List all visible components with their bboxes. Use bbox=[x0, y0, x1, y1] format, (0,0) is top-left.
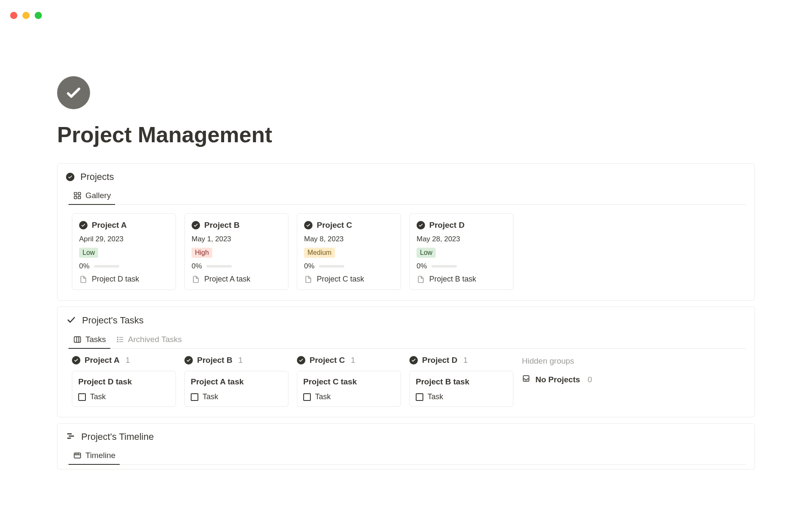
page-title[interactable]: Project Management bbox=[57, 122, 755, 147]
tab-tasks[interactable]: Tasks bbox=[72, 331, 107, 348]
column-header[interactable]: Project B1 bbox=[184, 356, 288, 365]
projects-block: Projects Gallery Project AApril 29, 2023… bbox=[57, 163, 755, 301]
tasks-block-title[interactable]: Project's Tasks bbox=[82, 315, 144, 326]
timeline-block-title[interactable]: Project's Timeline bbox=[81, 431, 154, 442]
timeline-view-icon bbox=[73, 451, 82, 460]
project-card[interactable]: Project BMay 1, 2023High0%Project A task bbox=[184, 213, 288, 290]
linked-task-row[interactable]: Project C task bbox=[304, 275, 394, 284]
hidden-groups-label: Hidden groups bbox=[522, 356, 598, 366]
progress-bar bbox=[94, 265, 119, 268]
priority-tag: High bbox=[192, 248, 212, 258]
project-card-title: Project D bbox=[429, 221, 464, 230]
svg-point-7 bbox=[117, 337, 118, 338]
progress-bar bbox=[319, 265, 344, 268]
priority-tag: Medium bbox=[304, 248, 335, 258]
column-header[interactable]: Project C1 bbox=[297, 356, 401, 365]
project-card-title: Project A bbox=[92, 221, 127, 230]
linked-task-name: Project B task bbox=[429, 275, 476, 284]
project-card[interactable]: Project AApril 29, 2023Low0%Project D ta… bbox=[72, 213, 176, 290]
project-card[interactable]: Project DMay 28, 2023Low0%Project B task bbox=[409, 213, 513, 290]
task-sub-label: Task bbox=[315, 392, 331, 401]
close-window-dot[interactable] bbox=[10, 12, 17, 19]
check-badge-icon bbox=[184, 356, 193, 364]
board-column: Project D1Project B taskTask bbox=[409, 356, 513, 407]
checkbox-icon[interactable] bbox=[303, 393, 311, 401]
project-card-date: May 28, 2023 bbox=[417, 235, 506, 243]
svg-point-11 bbox=[117, 341, 118, 342]
column-title: Project D bbox=[422, 356, 457, 365]
checkbox-icon[interactable] bbox=[78, 393, 86, 401]
task-card[interactable]: Project D taskTask bbox=[72, 371, 176, 407]
list-icon bbox=[115, 335, 125, 344]
linked-task-name: Project C task bbox=[317, 275, 364, 284]
svg-rect-14 bbox=[69, 436, 74, 437]
progress-bar bbox=[206, 265, 232, 268]
page-icon-check-badge[interactable] bbox=[57, 76, 90, 109]
no-projects-label: No Projects bbox=[535, 375, 580, 384]
column-count: 1 bbox=[351, 356, 355, 365]
task-card[interactable]: Project A taskTask bbox=[184, 371, 288, 407]
project-card[interactable]: Project CMay 8, 2023Medium0%Project C ta… bbox=[297, 213, 401, 290]
board-column: Project B1Project A taskTask bbox=[184, 356, 288, 407]
tab-gallery[interactable]: Gallery bbox=[72, 188, 112, 204]
document-icon bbox=[304, 275, 313, 284]
progress-bar bbox=[431, 265, 457, 268]
no-projects-count: 0 bbox=[588, 375, 593, 384]
projects-block-title[interactable]: Projects bbox=[80, 171, 114, 182]
project-card-date: May 8, 2023 bbox=[304, 235, 394, 243]
check-badge-icon bbox=[72, 356, 80, 364]
board-column: Project A1Project D taskTask bbox=[72, 356, 176, 407]
svg-rect-13 bbox=[67, 433, 72, 435]
check-badge-icon bbox=[66, 173, 74, 181]
svg-rect-3 bbox=[78, 196, 81, 199]
svg-rect-0 bbox=[74, 193, 77, 195]
tab-timeline[interactable]: Timeline bbox=[72, 447, 116, 464]
column-count: 1 bbox=[238, 356, 243, 365]
svg-point-9 bbox=[117, 339, 118, 340]
check-badge-icon bbox=[417, 221, 425, 229]
task-card[interactable]: Project B taskTask bbox=[409, 371, 513, 407]
check-badge-icon bbox=[192, 221, 200, 229]
column-title: Project C bbox=[310, 356, 345, 365]
document-icon bbox=[79, 275, 88, 284]
check-badge-icon bbox=[304, 221, 313, 229]
column-title: Project B bbox=[197, 356, 232, 365]
linked-task-name: Project A task bbox=[204, 275, 250, 284]
no-projects-row[interactable]: No Projects0 bbox=[522, 374, 598, 385]
task-title: Project A task bbox=[191, 377, 282, 387]
check-icon bbox=[66, 315, 76, 326]
task-sub-label: Task bbox=[428, 392, 443, 401]
linked-task-row[interactable]: Project B task bbox=[417, 275, 506, 284]
column-count: 1 bbox=[126, 356, 130, 365]
column-header[interactable]: Project A1 bbox=[72, 356, 176, 365]
checkbox-icon[interactable] bbox=[191, 393, 198, 401]
tab-label: Archived Tasks bbox=[128, 335, 182, 344]
column-title: Project A bbox=[85, 356, 120, 365]
task-title: Project B task bbox=[416, 377, 507, 387]
tab-label: Timeline bbox=[85, 451, 115, 460]
task-title: Project C task bbox=[303, 377, 395, 387]
column-header[interactable]: Project D1 bbox=[409, 356, 513, 365]
timeline-block: Project's Timeline Timeline bbox=[57, 423, 755, 469]
task-card[interactable]: Project C taskTask bbox=[297, 371, 401, 407]
document-icon bbox=[192, 275, 200, 284]
linked-task-name: Project D task bbox=[92, 275, 139, 284]
linked-task-row[interactable]: Project A task bbox=[192, 275, 281, 284]
maximize-window-dot[interactable] bbox=[35, 12, 42, 19]
svg-rect-15 bbox=[67, 438, 71, 439]
svg-rect-2 bbox=[74, 196, 77, 199]
gallery-icon bbox=[73, 191, 82, 200]
board-column: Project C1Project C taskTask bbox=[297, 356, 401, 407]
progress-percent: 0% bbox=[79, 262, 90, 271]
checkbox-icon[interactable] bbox=[416, 393, 423, 401]
linked-task-row[interactable]: Project D task bbox=[79, 275, 169, 284]
tasks-block: Project's Tasks Tasks Archived Tasks Pro… bbox=[57, 306, 755, 417]
minimize-window-dot[interactable] bbox=[22, 12, 30, 19]
project-card-date: May 1, 2023 bbox=[192, 235, 281, 243]
tab-archived-tasks[interactable]: Archived Tasks bbox=[115, 331, 183, 348]
task-title: Project D task bbox=[78, 377, 170, 387]
svg-rect-4 bbox=[74, 337, 81, 342]
timeline-icon bbox=[66, 431, 75, 442]
project-card-date: April 29, 2023 bbox=[79, 235, 169, 243]
progress-percent: 0% bbox=[192, 262, 202, 271]
